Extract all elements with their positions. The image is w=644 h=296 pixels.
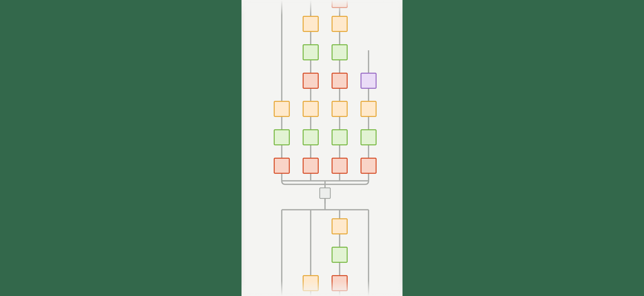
upper-c2-r4-orange-node[interactable] <box>303 101 318 116</box>
upper-c3-r4-orange-node[interactable] <box>332 101 347 116</box>
upper-c3-r1-orange-node[interactable] <box>332 16 347 31</box>
upper-c1-r5-green-node[interactable] <box>274 130 289 145</box>
diagram-svg <box>242 0 403 296</box>
upper-c3-r5-green-node[interactable] <box>332 130 347 145</box>
upper-c1-r6-red-node[interactable] <box>274 158 289 173</box>
upper-c1-r4-orange-node[interactable] <box>274 101 289 116</box>
upper-c4-r5-green-node[interactable] <box>361 130 376 145</box>
upper-c2-r1-orange-node[interactable] <box>303 16 318 31</box>
lower-l3-r1-green-node[interactable] <box>332 247 347 262</box>
upper-c2-r5-green-node[interactable] <box>303 130 318 145</box>
lower-l2-r2-orange-node[interactable] <box>303 276 318 291</box>
upper-c3-r0-red-node[interactable] <box>332 0 347 8</box>
upper-c2-r3-red-node[interactable] <box>303 73 318 88</box>
upper-c3-r6-red-node[interactable] <box>332 158 347 173</box>
upper-c2-r2-green-node[interactable] <box>303 45 318 60</box>
diagram-panel <box>242 0 403 296</box>
upper-c3-r3-red-node[interactable] <box>332 73 347 88</box>
upper-c4-r6-red-node[interactable] <box>361 158 376 173</box>
upper-c4-r4-orange-node[interactable] <box>361 101 376 116</box>
upper-c2-r6-red-node[interactable] <box>303 158 318 173</box>
upper-c3-r2-green-node[interactable] <box>332 45 347 60</box>
merge-node[interactable] <box>320 188 330 198</box>
lower-l3-r0-orange-node[interactable] <box>332 219 347 234</box>
lower-l3-r2-red-node[interactable] <box>332 276 347 291</box>
upper-c4-r3-purple-node[interactable] <box>361 73 376 88</box>
